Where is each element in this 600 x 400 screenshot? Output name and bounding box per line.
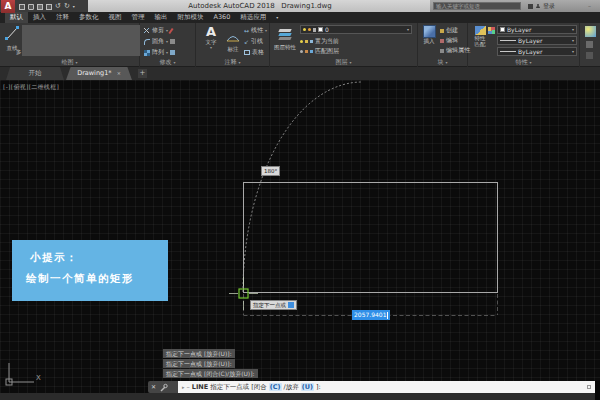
autocad-logo-icon[interactable]: A <box>1 0 15 13</box>
layers-panel-label[interactable]: 图层▾ <box>270 58 417 66</box>
linear-dim-tool[interactable]: ↔ 线性 ▾ <box>244 26 267 35</box>
arc-entity[interactable] <box>243 82 362 292</box>
edit-attributes-button[interactable]: 编辑属性 <box>440 46 470 55</box>
plot-icon[interactable] <box>46 4 52 10</box>
dropdown-icon: ▾ <box>238 60 240 65</box>
drawing-canvas[interactable]: [-][俯视][二维线框] X 180° 小提示： 绘制一个 <box>0 80 600 393</box>
ribbon-panel-modify: 修剪 ▾ 圆角 ▾ 阵列 ▾ 修改▾ <box>140 23 196 67</box>
command-bar-grip-icon[interactable] <box>587 385 591 389</box>
save-icon[interactable] <box>37 4 43 10</box>
coordinate-value: 2057.9401 <box>354 310 386 320</box>
tip-line1: 小提示： <box>12 240 168 265</box>
option-undo-link[interactable]: (U) <box>301 383 314 391</box>
search-input[interactable]: 输入关键字或短语 <box>433 2 521 10</box>
chevron-down-icon: ▾ <box>572 38 574 43</box>
tab-view[interactable]: 视图 <box>104 12 127 23</box>
table-tool[interactable]: 表格 <box>244 48 264 57</box>
annotation-panel-label-text: 注释 <box>224 58 236 67</box>
fillet-tool[interactable]: 圆角 ▾ <box>144 37 175 46</box>
command-bar-controls: ✕ <box>148 381 178 393</box>
drawing-tab[interactable]: Drawing1* × <box>66 67 132 80</box>
close-tab-icon[interactable]: × <box>117 70 121 76</box>
tab-annotate[interactable]: 注释 <box>51 12 74 23</box>
layer-dropdown[interactable]: 0 ▾ <box>300 25 412 34</box>
start-tab[interactable]: 开始 <box>6 67 64 80</box>
measure-icon[interactable] <box>170 50 175 55</box>
redo-icon[interactable]: ↻ <box>64 2 70 11</box>
linetype-value: ByLayer <box>518 48 542 55</box>
set-current-label: 置为当前 <box>315 37 339 46</box>
recent-commands-icon[interactable]: ▸ <box>182 384 185 390</box>
match-layer-label: 匹配图层 <box>315 47 339 56</box>
set-current-layer-button[interactable]: 置为当前 <box>300 37 339 46</box>
lineweight-sample <box>500 40 516 41</box>
tab-manage[interactable]: 管理 <box>127 12 150 23</box>
close-command-icon[interactable]: ✕ <box>151 381 156 393</box>
option-close-link[interactable]: (C) <box>269 383 282 391</box>
tab-options-dropdown-icon[interactable]: ▾ <box>271 12 283 23</box>
color-dropdown[interactable]: ByLayer ▾ <box>497 25 577 34</box>
group-edit-icon[interactable] <box>586 52 593 59</box>
window-controls[interactable]: – <box>588 2 591 9</box>
ungroup-icon[interactable] <box>586 41 593 48</box>
lineweight-dropdown[interactable]: ByLayer ▾ <box>497 36 577 45</box>
properties-panel-label[interactable]: 特性▾ <box>468 58 579 66</box>
exchange-apps-icon[interactable] <box>528 4 533 9</box>
qat-dropdown-icon[interactable]: ▾ <box>73 2 75 11</box>
match-properties-button[interactable]: 特性匹配 <box>471 26 489 47</box>
drawing-geometry[interactable]: X <box>0 80 600 393</box>
dimension-tool-button[interactable]: 标注 <box>224 27 242 52</box>
open-file-icon[interactable] <box>28 4 34 10</box>
create-block-button[interactable]: 创建 <box>440 26 458 35</box>
tab-addins[interactable]: 附加模块 <box>173 12 209 23</box>
insert-block-button[interactable]: 插入 <box>421 25 437 44</box>
annotation-panel-label[interactable]: 注释▾ <box>196 58 269 66</box>
properties-palette-icon[interactable] <box>488 27 495 34</box>
block-panel-label[interactable]: 块▾ <box>418 58 467 66</box>
customize-wrench-icon[interactable] <box>160 383 168 392</box>
user-icon <box>536 4 540 9</box>
array-tool[interactable]: 阵列 ▾ <box>144 48 175 57</box>
explode-icon[interactable] <box>170 39 175 44</box>
bottom-right-corner <box>595 381 600 400</box>
create-block-icon <box>440 29 444 33</box>
text-tool-button[interactable]: A 文字 ▾ <box>203 24 219 50</box>
line-tool-button[interactable]: 直线 <box>3 26 21 51</box>
layer-state-icon <box>305 50 308 53</box>
tab-default[interactable]: 默认 <box>5 12 28 23</box>
tab-output[interactable]: 输出 <box>150 12 173 23</box>
command-input[interactable]: ▸ – LINE 指定下一点或 [闭合 (C) /放弃 (U) ]: <box>178 381 595 393</box>
create-block-label: 创建 <box>446 26 458 35</box>
ribbon-panel-layers: 图层特性 0 ▾ 置为当前 匹配图层 图层▾ <box>270 23 418 67</box>
erase-icon[interactable] <box>168 27 173 33</box>
layer-state-icon <box>310 50 313 53</box>
edit-attributes-label: 编辑属性 <box>446 46 470 55</box>
undo-icon[interactable]: ↺ <box>55 2 61 11</box>
trim-tool[interactable]: 修剪 ▾ <box>144 26 172 35</box>
sign-in-button[interactable]: 登录 <box>543 3 555 9</box>
autocad-window: A ↺ ↻ ▾ Autodesk AutoCAD 2018 Drawing1.d… <box>0 0 600 400</box>
layer-state-icon <box>310 40 313 43</box>
modify-panel-label[interactable]: 修改▾ <box>140 58 195 66</box>
edit-block-button[interactable]: 编辑 <box>440 36 458 45</box>
dropdown-icon: ▾ <box>529 60 531 65</box>
draw-panel-label[interactable]: 绘图▾ <box>0 58 139 66</box>
coordinate-input[interactable]: 2057.9401 <box>352 310 390 320</box>
command-history-line: 指定下一点或 [放弃(U)]: <box>163 349 235 358</box>
new-file-icon[interactable] <box>19 4 25 10</box>
layer-lock-icon <box>313 28 316 32</box>
dynamic-input-icon <box>288 302 294 308</box>
tab-insert[interactable]: 插入 <box>28 12 51 23</box>
match-layer-button[interactable]: 匹配图层 <box>300 47 339 56</box>
tab-featured-apps[interactable]: 精选应用 <box>235 12 271 23</box>
leader-tool[interactable]: ↙ 引线 <box>244 37 263 46</box>
layer-properties-button[interactable]: 图层特性 <box>272 25 298 50</box>
linetype-dropdown[interactable]: ByLayer ▾ <box>497 47 577 56</box>
tab-a360[interactable]: A360 <box>209 12 236 23</box>
group-icon[interactable] <box>585 26 596 37</box>
rectangle-entity[interactable] <box>244 183 498 293</box>
tab-parametric[interactable]: 参数化 <box>74 12 104 23</box>
color-swatch <box>500 27 505 32</box>
polyline-tool-label[interactable]: 多 <box>16 49 22 55</box>
new-tab-button[interactable]: + <box>138 69 147 78</box>
